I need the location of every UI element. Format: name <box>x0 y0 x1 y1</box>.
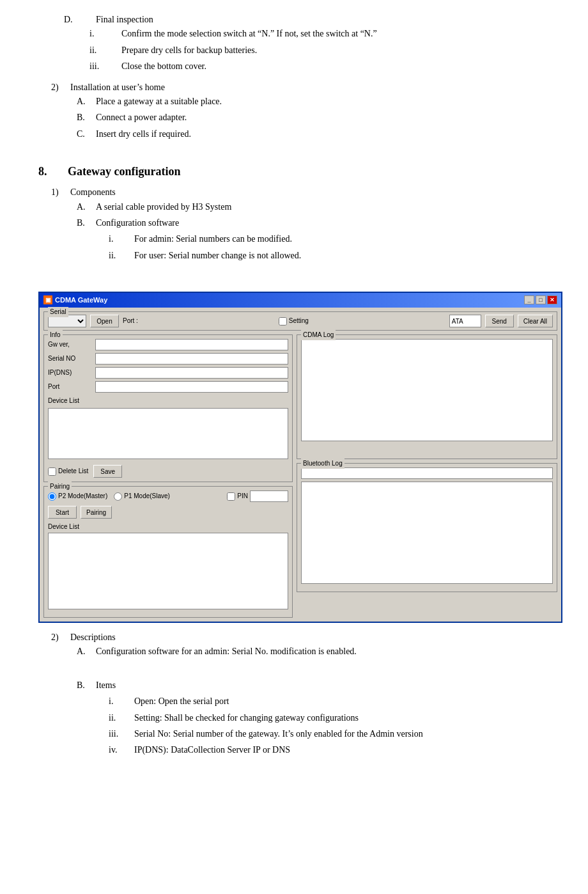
delete-list-checkbox[interactable] <box>48 467 56 476</box>
start-button[interactable]: Start <box>48 506 77 519</box>
pairing-device-list-textarea[interactable] <box>48 533 288 609</box>
setting-checkbox[interactable] <box>279 317 287 325</box>
comp-b-ii-marker: ii. <box>109 249 134 263</box>
comp-a-marker: A. <box>77 200 96 214</box>
p1-mode-option: P1 Mode(Slave) <box>114 491 170 501</box>
bt-log-group: Bluetooth Log <box>297 463 557 592</box>
desc-b-ii-text: Setting: Shall be checked for changing g… <box>134 711 359 725</box>
delete-list-label: Delete List <box>58 466 88 476</box>
ip-dns-input[interactable] <box>95 367 288 379</box>
setting-label: Setting <box>289 316 309 326</box>
gw-ver-row: Gw ver, <box>48 339 288 350</box>
main-panels: Info Gw ver, Serial NO IP(DNS) Port <box>43 334 557 617</box>
clear-all-button[interactable]: Clear All <box>518 315 553 327</box>
pairing-options: P2 Mode(Master) P1 Mode(Slave) PIN <box>48 490 288 502</box>
desc-b-i-marker: i. <box>109 694 134 709</box>
p1-mode-label: P1 Mode(Slave) <box>124 491 170 501</box>
save-button[interactable]: Save <box>93 465 122 478</box>
pairing-group-label: Pairing <box>48 482 72 492</box>
gw-ver-input[interactable] <box>95 339 288 350</box>
cdma-log-group: CDMA Log <box>297 334 557 459</box>
serial-group-label: Serial <box>48 307 68 317</box>
device-list-section: Device List <box>48 395 288 462</box>
info-group: Info Gw ver, Serial NO IP(DNS) Port <box>43 334 293 482</box>
desc-b-iii-text: Serial No: Serial number of the gateway.… <box>134 727 423 741</box>
setting-checkbox-group: Setting <box>279 316 309 326</box>
desc-b-text: Items <box>96 678 116 693</box>
info-footer: Delete List Save <box>48 465 288 478</box>
pairing-device-list-label: Device List <box>48 523 79 530</box>
desc-a-text: Configuration software for an admin: Ser… <box>96 645 357 659</box>
open-button[interactable]: Open <box>90 315 119 327</box>
desc-b-iv-text: IP(DNS): DataCollection Server IP or DNS <box>134 743 290 757</box>
dialog-icon: ▣ <box>43 295 52 304</box>
item-2c-text: Insert dry cells if required. <box>96 127 191 141</box>
pairing-buttons: Start Pairing <box>48 506 288 519</box>
desc-a-marker: A. <box>77 645 96 659</box>
device-list-label: Device List <box>48 397 79 404</box>
ip-dns-row: IP(DNS) <box>48 367 288 379</box>
section-2-desc: 2) Descriptions A. Configuration softwar… <box>38 631 550 758</box>
comp-b-text: Configuration software <box>96 216 179 230</box>
dialog-body: Serial Open Port : Setting Send Clear Al… <box>40 308 561 621</box>
item-d-i-text: Confirm the mode selection switch at “N.… <box>121 27 377 41</box>
pin-checkbox[interactable] <box>227 492 235 501</box>
p1-mode-radio[interactable] <box>114 492 122 501</box>
port-row: Port <box>48 381 288 393</box>
port-label: Port : <box>123 316 138 326</box>
minimize-button[interactable]: _ <box>524 295 534 304</box>
item-2a-marker: A. <box>77 95 96 109</box>
ata-input[interactable] <box>449 315 481 327</box>
p2-mode-radio[interactable] <box>48 492 56 501</box>
gateway-dialog: ▣ CDMA GateWay _ □ ✕ Serial Open Port : … <box>38 292 562 623</box>
section-8-sub1: 1) Components A. A serial cable provided… <box>38 185 550 263</box>
port-input[interactable] <box>95 381 288 393</box>
serial-no-label: Serial NO <box>48 354 93 364</box>
item-d-iii-marker: iii. <box>89 59 121 74</box>
item-2c-marker: C. <box>77 127 96 141</box>
p2-mode-option: P2 Mode(Master) <box>48 491 107 501</box>
item-2b-text: Connect a power adapter. <box>96 111 187 125</box>
desc-b-iii-marker: iii. <box>109 727 134 741</box>
cdma-log-label: CDMA Log <box>301 330 336 340</box>
gw-ver-label: Gw ver, <box>48 340 93 350</box>
comp-b-i-text: For admin: Serial numbers can be modifie… <box>134 232 292 246</box>
restore-button[interactable]: □ <box>536 295 546 304</box>
pin-input[interactable] <box>250 490 288 502</box>
device-list-textarea[interactable] <box>48 408 288 459</box>
bt-log-textarea[interactable] <box>301 482 553 584</box>
serial-no-input[interactable] <box>95 353 288 365</box>
desc-b-marker: B. <box>77 678 96 693</box>
ip-dns-label: IP(DNS) <box>48 368 93 378</box>
pairing-device-list-section: Device List <box>48 521 288 613</box>
pairing-group: Pairing P2 Mode(Master) P1 Mode(Slave) <box>43 486 293 617</box>
comp-b-ii-text: For user: Serial number change is not al… <box>134 249 301 263</box>
comp-b-i-marker: i. <box>109 232 134 246</box>
desc-b-i-text: Open: Open the serial port <box>134 694 229 709</box>
section-d: D. Final inspection i. Confirm the mode … <box>38 13 550 74</box>
info-group-label: Info <box>48 330 63 340</box>
item-d-i-marker: i. <box>89 27 121 41</box>
item-2a-text: Place a gateway at a suitable place. <box>96 95 222 109</box>
close-button[interactable]: ✕ <box>547 295 557 304</box>
item-2b-marker: B. <box>77 111 96 125</box>
section-8-sub1-marker: 1) <box>51 185 70 200</box>
section-8-header: 8. Gateway configuration <box>38 162 550 181</box>
bt-log-input[interactable] <box>301 467 553 479</box>
section-2-text: Installation at user’s home <box>70 81 165 95</box>
section-2b-marker: 2) <box>51 631 70 645</box>
desc-b-iv-marker: iv. <box>109 743 134 757</box>
bt-log-label: Bluetooth Log <box>301 459 344 469</box>
item-d-ii-text: Prepare dry cells for backup batteries. <box>121 43 257 58</box>
dialog-title-left: ▣ CDMA GateWay <box>43 295 107 306</box>
desc-b-ii-marker: ii. <box>109 711 134 725</box>
item-d-ii-marker: ii. <box>89 43 121 58</box>
section-2b-text: Descriptions <box>70 631 116 645</box>
pairing-button[interactable]: Pairing <box>81 506 112 519</box>
dialog-title-text: CDMA GateWay <box>55 295 107 306</box>
section-8-title: Gateway configuration <box>68 162 180 181</box>
port-field-label: Port <box>48 382 93 392</box>
item-d-iii-text: Close the bottom cover. <box>121 59 206 74</box>
cdma-log-textarea[interactable] <box>301 339 553 441</box>
send-button[interactable]: Send <box>485 315 514 327</box>
